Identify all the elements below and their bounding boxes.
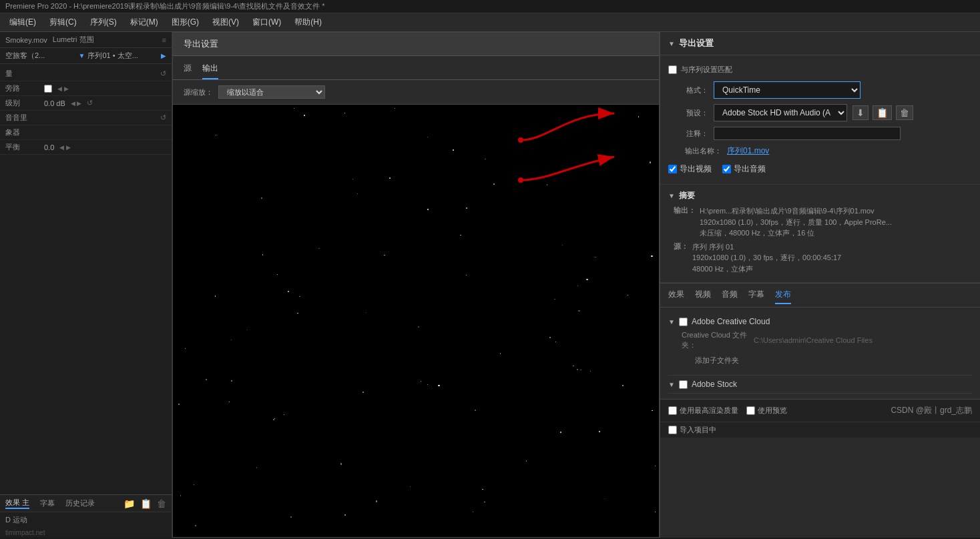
acc-collapse-icon[interactable]: ▼ bbox=[668, 318, 675, 326]
source-scale-select[interactable]: 缩放以适合 bbox=[218, 85, 325, 99]
tab-source[interactable]: 源 bbox=[184, 60, 192, 79]
menu-marker[interactable]: 标记(M) bbox=[124, 15, 165, 30]
delete-preset-icon[interactable]: 🗑 bbox=[896, 105, 913, 120]
new-item-icon[interactable]: 📋 bbox=[140, 498, 152, 509]
summary-title: 摘要 bbox=[679, 190, 695, 201]
title-bar: Premiere Pro 2020 - H:\premiere2019课程录制\… bbox=[0, 0, 980, 13]
balance-arrows[interactable]: ◀ ▶ bbox=[59, 144, 71, 151]
manage-preset-icon[interactable]: 📋 bbox=[873, 105, 892, 120]
subtitles-tab[interactable]: 字幕 bbox=[40, 498, 55, 508]
max-render-checkbox[interactable] bbox=[668, 406, 677, 415]
sequence-arrow-icon: ▶ bbox=[161, 52, 166, 59]
tab-effects[interactable]: 效果 bbox=[668, 286, 684, 304]
track-rows: 量 ↺ 旁路 ◀ ▶ 级别 0.0 dB ◀ ▶ ↺ 音音里 ↺ bbox=[0, 64, 172, 494]
menu-graphics[interactable]: 图形(G) bbox=[165, 15, 206, 30]
notes-label: 注释： bbox=[668, 129, 708, 139]
delete-icon[interactable]: 🗑 bbox=[157, 498, 166, 509]
chevron-down-icon: ▼ bbox=[79, 52, 85, 59]
output-name-row: 输出名称： 序列01.mov bbox=[668, 143, 972, 159]
acc-detail: Creative Cloud 文件夹： C:\Users\admin\Creat… bbox=[668, 326, 972, 371]
tab-captions[interactable]: 字幕 bbox=[748, 286, 764, 304]
match-sequence-row: 与序列设置匹配 bbox=[668, 61, 972, 79]
summary-source-row: 源： 序列 序列 01 1920x1080 (1.0)，30 fps，逐行，00… bbox=[674, 241, 972, 275]
summary-output-value: H:\prem...程录制\输出成片\9音频编辑\9-4\序列01.mov 19… bbox=[700, 205, 972, 239]
menu-sequence[interactable]: 序列(S) bbox=[83, 15, 124, 30]
tab-output[interactable]: 输出 bbox=[202, 60, 218, 79]
level-reset-icon[interactable]: ↺ bbox=[87, 99, 93, 107]
lumetri-tab[interactable]: Lumetri 范围 bbox=[53, 35, 94, 45]
dialog-title-text: 导出设置 bbox=[184, 39, 218, 49]
menu-help[interactable]: 帮助(H) bbox=[288, 15, 328, 30]
match-sequence-checkbox[interactable] bbox=[668, 65, 677, 74]
export-settings-title: 导出设置 bbox=[679, 37, 714, 49]
sequence-label: 空旅客（2... bbox=[5, 51, 76, 61]
add-subfolder-btn[interactable]: 添加子文件夹 bbox=[682, 353, 972, 368]
acc-folder-label: Creative Cloud 文件夹： bbox=[682, 330, 748, 350]
preset-label: 预设： bbox=[668, 108, 708, 118]
track-label-audio: 音音里 bbox=[5, 113, 39, 123]
track-arrows[interactable]: ◀ ▶ bbox=[57, 85, 69, 92]
use-preview-checkbox-item: 使用预览 bbox=[746, 406, 787, 416]
preset-select[interactable]: Adobe Stock HD with Audio (Appl... bbox=[714, 104, 847, 121]
import-checkbox[interactable] bbox=[668, 426, 677, 434]
import-project-row: 导入项目中 bbox=[660, 422, 980, 438]
summary-section: ▼ 摘要 输出： H:\prem...程录制\输出成片\9音频编辑\9-4\序列… bbox=[660, 185, 980, 283]
menu-view[interactable]: 视图(V) bbox=[206, 15, 246, 30]
tab-audio[interactable]: 音频 bbox=[722, 286, 738, 304]
preset-row: 预设： Adobe Stock HD with Audio (Appl... ⬇… bbox=[668, 101, 972, 124]
stock-checkbox[interactable] bbox=[679, 380, 688, 389]
use-preview-checkbox[interactable] bbox=[746, 406, 755, 415]
panel-menu-icon[interactable]: ≡ bbox=[162, 36, 166, 44]
bypass-checkbox[interactable] bbox=[44, 85, 52, 93]
export-audio-label: 导出音频 bbox=[734, 163, 766, 175]
track-label-volume: 量 bbox=[5, 69, 39, 79]
track-row: 级别 0.0 dB ◀ ▶ ↺ bbox=[0, 96, 172, 111]
preview-stars bbox=[173, 105, 659, 537]
stock-header: ▼ Adobe Stock bbox=[668, 380, 972, 389]
match-sequence-section: 与序列设置匹配 格式： QuickTime 预设： Adobe Stock HD… bbox=[660, 55, 980, 185]
summary-output-row: 输出： H:\prem...程录制\输出成片\9音频编辑\9-4\序列01.mo… bbox=[674, 205, 972, 239]
level-arrows[interactable]: ◀ ▶ bbox=[71, 100, 82, 107]
summary-collapse-icon[interactable]: ▼ bbox=[668, 192, 675, 199]
menu-window[interactable]: 窗口(W) bbox=[246, 15, 288, 30]
menu-clip[interactable]: 剪辑(C) bbox=[43, 15, 83, 30]
notes-input[interactable] bbox=[714, 127, 901, 140]
export-checkboxes: 导出视频 导出音频 bbox=[668, 159, 972, 179]
acc-checkbox[interactable] bbox=[679, 318, 688, 326]
stock-title: Adobe Stock bbox=[692, 380, 737, 389]
source-scale-row: 源缩放： 缩放以适合 bbox=[173, 80, 659, 105]
right-panel: ▼ 导出设置 与序列设置匹配 格式： QuickTime 预设： Adobe S… bbox=[660, 32, 980, 538]
preset-icons: ⬇ 📋 🗑 bbox=[852, 105, 913, 120]
track-row: 音音里 ↺ bbox=[0, 111, 172, 125]
motion-text: D 运动 bbox=[5, 516, 27, 524]
summary-output-key: 输出： bbox=[674, 205, 696, 239]
track-label-instrument: 象器 bbox=[5, 127, 39, 137]
format-row: 格式： QuickTime bbox=[668, 79, 972, 101]
tab-video[interactable]: 视频 bbox=[695, 286, 711, 304]
reset-icon[interactable]: ↺ bbox=[160, 69, 166, 78]
tab-publish[interactable]: 发布 bbox=[775, 286, 791, 304]
dialog-tabs: 源 输出 bbox=[173, 56, 659, 80]
source-scale-label: 源缩放： bbox=[184, 87, 213, 97]
format-label: 格式： bbox=[668, 85, 708, 95]
stock-collapse-icon[interactable]: ▼ bbox=[668, 381, 675, 388]
track-label-bypass: 旁路 bbox=[5, 83, 39, 93]
collapse-icon[interactable]: ▼ bbox=[668, 40, 675, 47]
publish-section: ▼ Adobe Creative Cloud Creative Cloud 文件… bbox=[660, 308, 980, 399]
new-bin-icon[interactable]: 📁 bbox=[124, 498, 135, 509]
acc-header: ▼ Adobe Creative Cloud bbox=[668, 317, 972, 326]
export-video-checkbox[interactable] bbox=[668, 165, 677, 173]
format-select[interactable]: QuickTime bbox=[714, 81, 861, 99]
output-name-value[interactable]: 序列01.mov bbox=[727, 145, 769, 157]
history-tab[interactable]: 历史记录 bbox=[65, 498, 95, 508]
effects-tab[interactable]: 效果 主 bbox=[5, 498, 29, 509]
smokey-tab[interactable]: Smokey.mov bbox=[5, 36, 47, 44]
menu-edit[interactable]: 编辑(E) bbox=[3, 15, 43, 30]
audio-reset-icon[interactable]: ↺ bbox=[160, 113, 166, 122]
save-preset-icon[interactable]: ⬇ bbox=[852, 105, 869, 120]
use-preview-label: 使用预览 bbox=[758, 406, 787, 416]
export-audio-checkbox[interactable] bbox=[722, 165, 731, 173]
sequence-name: 序列01 • 太空... bbox=[87, 51, 158, 61]
track-row: 平衡 0.0 ◀ ▶ bbox=[0, 140, 172, 155]
site-label: timimpact.net bbox=[0, 528, 172, 538]
